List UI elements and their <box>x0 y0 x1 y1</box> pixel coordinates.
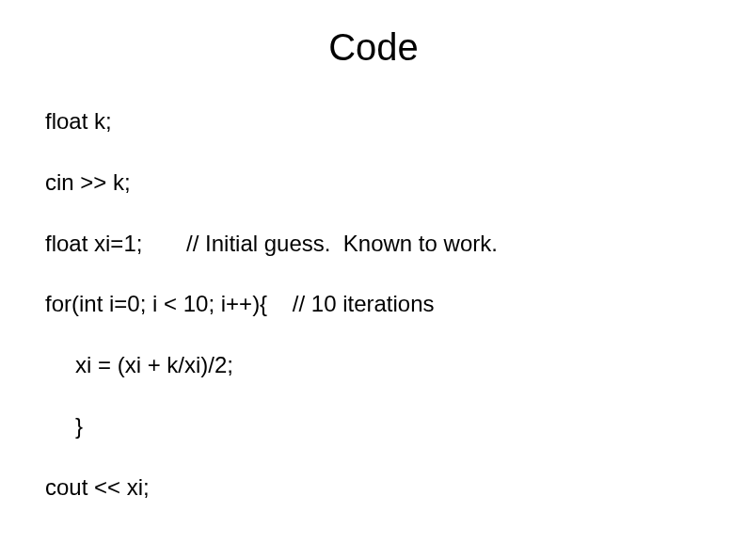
code-block: float k; cin >> k; float xi=1; // Initia… <box>0 78 747 502</box>
code-line: float xi=1; // Initial guess. Known to w… <box>45 231 747 258</box>
code-line: xi = (xi + k/xi)/2; <box>45 352 747 379</box>
code-line: cin >> k; <box>45 169 747 197</box>
slide-title: Code <box>0 0 747 78</box>
code-line: for(int i=0; i < 10; i++){ // 10 iterati… <box>45 291 747 318</box>
code-line: float k; <box>45 108 747 136</box>
code-line: cout << xi; <box>45 474 747 502</box>
code-line: } <box>45 413 747 440</box>
